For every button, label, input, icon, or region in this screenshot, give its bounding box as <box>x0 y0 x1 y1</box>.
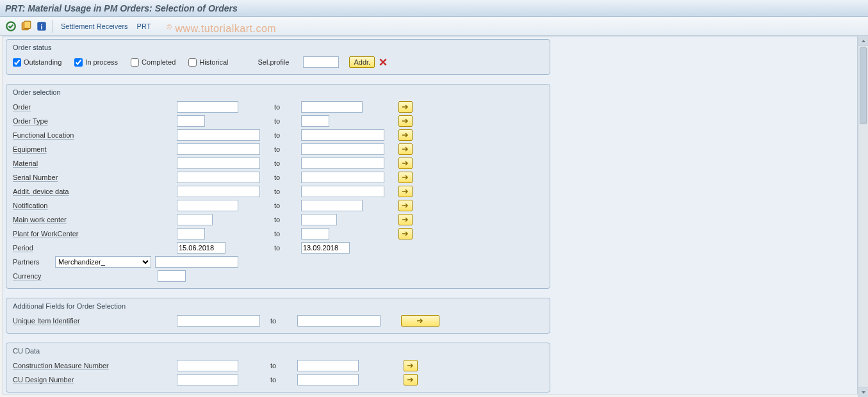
from-input[interactable] <box>177 115 205 127</box>
to-input[interactable] <box>301 242 350 254</box>
prt-link[interactable]: PRT <box>135 22 154 30</box>
multiselect-button[interactable] <box>398 115 413 127</box>
selection-row: Main work centerto <box>13 213 543 227</box>
group-title-additional-fields: Additional Fields for Order Selection <box>13 302 543 314</box>
scroll-thumb[interactable] <box>860 47 867 124</box>
uii-from-input[interactable] <box>177 315 260 327</box>
uii-label: Unique Item Identifier <box>13 317 154 325</box>
group-title-order-selection: Order selection <box>13 88 543 100</box>
multiselect-button[interactable] <box>398 143 413 155</box>
multiselect-button[interactable] <box>398 228 413 239</box>
selprofile-input[interactable] <box>303 56 339 68</box>
field-label: Plant for WorkCenter <box>13 230 154 238</box>
to-label: to <box>270 376 293 384</box>
partners-select[interactable]: Merchandizer_ <box>55 256 151 268</box>
variant-icon[interactable] <box>20 20 32 32</box>
from-input[interactable] <box>177 228 205 239</box>
cdn-multiselect-button[interactable] <box>404 374 418 385</box>
to-input[interactable] <box>301 101 363 113</box>
to-input[interactable] <box>301 200 363 211</box>
cdn-from-input[interactable] <box>177 374 238 385</box>
inprocess-cb-input[interactable] <box>74 58 83 67</box>
field-label: Equipment <box>13 145 154 153</box>
field-label: Serial Number <box>13 174 154 181</box>
field-label: Functional Location <box>13 131 154 139</box>
selection-row: Materialto <box>13 156 543 170</box>
multiselect-button[interactable] <box>398 214 413 225</box>
selection-row: Periodto <box>13 241 543 255</box>
group-order-selection: Order selection OrdertoOrder TypetoFunct… <box>6 84 550 289</box>
completed-checkbox[interactable]: Completed <box>131 58 176 67</box>
to-input[interactable] <box>301 186 384 197</box>
multiselect-button[interactable] <box>398 158 413 169</box>
outstanding-cb-input[interactable] <box>13 58 21 67</box>
from-input[interactable] <box>177 158 260 169</box>
historical-checkbox[interactable]: Historical <box>188 58 228 67</box>
execute-icon[interactable] <box>5 20 17 32</box>
addr-button[interactable]: Addr. <box>349 56 375 68</box>
currency-input[interactable] <box>158 270 186 282</box>
to-input[interactable] <box>301 172 384 183</box>
settlement-receivers-link[interactable]: Settlement Receivers <box>58 22 131 30</box>
from-input[interactable] <box>177 172 260 183</box>
to-label: to <box>274 117 297 125</box>
from-input[interactable] <box>177 200 238 211</box>
to-input[interactable] <box>301 143 384 155</box>
to-label: to <box>270 362 293 369</box>
inprocess-checkbox[interactable]: In process <box>74 58 118 67</box>
content: Order status Outstanding In process Comp… <box>3 36 553 394</box>
from-input[interactable] <box>177 186 260 197</box>
to-input[interactable] <box>301 228 329 239</box>
info-icon[interactable]: i <box>36 20 47 32</box>
selection-row: Serial Numberto <box>13 170 543 184</box>
field-label: Main work center <box>13 216 154 223</box>
from-input[interactable] <box>177 101 238 113</box>
cmn-label: Construction Measure Number <box>13 362 154 369</box>
selection-row: Orderto <box>13 100 543 114</box>
to-label: to <box>274 216 297 223</box>
multiselect-button[interactable] <box>398 129 413 141</box>
vertical-scrollbar[interactable] <box>858 36 868 397</box>
from-input[interactable] <box>177 214 213 225</box>
multiselect-button[interactable] <box>398 186 413 197</box>
content-scroll[interactable]: Order status Outstanding In process Comp… <box>3 36 858 394</box>
completed-cb-input[interactable] <box>131 58 139 67</box>
multiselect-button[interactable] <box>398 200 413 211</box>
selection-row: Equipmentto <box>13 142 543 156</box>
to-input[interactable] <box>301 214 337 225</box>
to-label: to <box>270 317 293 325</box>
titlebar: PRT: Material Usage in PM Orders: Select… <box>0 0 868 17</box>
from-input[interactable] <box>177 129 260 141</box>
partners-extra-input[interactable] <box>155 256 238 268</box>
status-row: Outstanding In process Completed Histori… <box>13 55 543 69</box>
scroll-down-icon[interactable] <box>858 387 868 397</box>
uii-multiselect-button[interactable] <box>401 315 439 327</box>
partners-label: Partners <box>13 258 51 266</box>
historical-cb-input[interactable] <box>188 58 197 67</box>
field-label: Order Type <box>13 117 154 125</box>
cdn-to-input[interactable] <box>297 374 359 385</box>
multiselect-button[interactable] <box>398 172 413 183</box>
toolbar-separator <box>53 20 53 33</box>
to-input[interactable] <box>301 129 384 141</box>
delete-icon[interactable] <box>379 58 388 67</box>
from-input[interactable] <box>177 242 225 254</box>
app-window: PRT: Material Usage in PM Orders: Select… <box>0 0 868 397</box>
selprofile-label: Sel.profile <box>258 58 290 66</box>
uii-to-input[interactable] <box>297 315 381 327</box>
field-label: Notification <box>13 202 154 209</box>
scroll-up-icon[interactable] <box>858 36 868 46</box>
to-input[interactable] <box>301 158 384 169</box>
to-label: to <box>274 103 297 111</box>
cmn-multiselect-button[interactable] <box>404 360 418 371</box>
selection-row: Notificationto <box>13 199 543 213</box>
cmn-from-input[interactable] <box>177 360 238 371</box>
cmn-to-input[interactable] <box>297 360 359 371</box>
from-input[interactable] <box>177 143 260 155</box>
to-label: to <box>274 202 297 209</box>
to-input[interactable] <box>301 115 329 127</box>
currency-label: Currency <box>13 272 154 280</box>
multiselect-button[interactable] <box>398 101 413 113</box>
outstanding-label: Outstanding <box>24 58 61 66</box>
outstanding-checkbox[interactable]: Outstanding <box>13 58 61 67</box>
